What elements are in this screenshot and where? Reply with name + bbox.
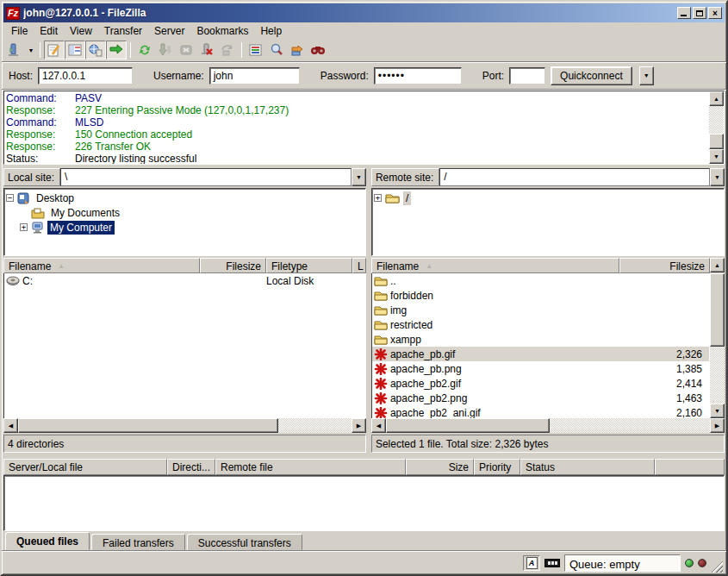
quickconnect-dropdown[interactable]: ▼: [639, 66, 654, 85]
disconnect-button[interactable]: [196, 41, 217, 59]
quickconnect-button[interactable]: Quickconnect: [551, 66, 632, 85]
menu-edit[interactable]: Edit: [34, 23, 64, 39]
scroll-right-icon[interactable]: ▶: [352, 418, 366, 433]
tree-label[interactable]: Desktop: [34, 191, 77, 205]
local-horizontal-scrollbar[interactable]: ◀ ▶: [3, 418, 366, 433]
expand-icon[interactable]: +: [20, 223, 28, 231]
refresh-button[interactable]: [134, 41, 155, 59]
menu-file[interactable]: File: [5, 23, 34, 39]
log-vertical-scrollbar[interactable]: ▲ ▼: [709, 91, 724, 164]
queue-list[interactable]: [3, 475, 725, 531]
remote-vertical-scrollbar[interactable]: ▼: [710, 273, 725, 418]
file-row-apache-pb2-gif[interactable]: apache_pb2.gif2,414: [372, 376, 709, 391]
column-server-local-file[interactable]: Server/Local file: [3, 459, 167, 475]
menu-help[interactable]: Help: [254, 23, 288, 39]
file-row-apache-pb-gif[interactable]: apache_pb.gif2,326: [372, 347, 709, 361]
file-row-img[interactable]: img: [372, 303, 709, 317]
scroll-track[interactable]: [550, 418, 710, 433]
tree-label[interactable]: My Computer: [47, 221, 115, 235]
menu-server[interactable]: Server: [148, 23, 190, 39]
column-priority[interactable]: Priority: [474, 459, 520, 475]
scroll-right-icon[interactable]: ▶: [710, 418, 725, 433]
file-row-apache-pb2-ani-gif[interactable]: apache_pb2_ani.gif2,160: [372, 405, 709, 418]
remote-file-list[interactable]: .. forbidden img restricted xampp apache…: [371, 273, 710, 418]
expand-icon[interactable]: +: [374, 194, 382, 202]
scroll-left-icon[interactable]: ◀: [371, 418, 386, 433]
resize-grip[interactable]: [711, 560, 723, 573]
file-row-parent[interactable]: ..: [372, 273, 709, 288]
find-files-button[interactable]: [308, 41, 328, 59]
column-filesize[interactable]: Filesize: [619, 258, 710, 273]
close-button[interactable]: ×: [708, 7, 722, 19]
scroll-track[interactable]: [709, 106, 724, 134]
column-filetype[interactable]: Filetype: [266, 258, 352, 273]
minimize-button[interactable]: [677, 7, 691, 19]
queue-splitter[interactable]: [2, 453, 726, 459]
column-filesize[interactable]: Filesize: [200, 258, 266, 273]
column-remote-file[interactable]: Remote file: [215, 459, 406, 475]
scroll-down-icon[interactable]: ▼: [709, 149, 724, 164]
remote-site-value[interactable]: /: [439, 168, 710, 186]
toggle-remote-tree-button[interactable]: [85, 41, 106, 59]
remote-horizontal-scrollbar[interactable]: ◀ ▶: [371, 418, 725, 433]
synchronized-browsing-button[interactable]: [287, 41, 308, 59]
collapse-icon[interactable]: −: [6, 194, 14, 202]
column-filename[interactable]: Filename▲: [371, 258, 619, 273]
data-type-indicator[interactable]: A: [523, 555, 540, 571]
scroll-up-icon[interactable]: ▲: [709, 91, 724, 106]
column-last-modified[interactable]: L: [352, 258, 366, 273]
column-filename[interactable]: Filename▲: [3, 258, 200, 273]
scroll-track[interactable]: [710, 347, 725, 404]
file-row-apache-pb-png[interactable]: apache_pb.png1,385: [372, 361, 709, 376]
title-bar[interactable]: Fz john@127.0.0.1 - FileZilla ×: [3, 3, 725, 22]
cancel-button[interactable]: [176, 41, 196, 59]
tree-label[interactable]: My Documents: [48, 206, 122, 220]
scroll-left-icon[interactable]: ◀: [3, 418, 18, 433]
tree-item-my-computer[interactable]: + My Computer: [20, 220, 364, 235]
file-row-apache-pb2-png[interactable]: apache_pb2.png1,463: [372, 391, 709, 405]
toggle-local-tree-button[interactable]: [65, 41, 85, 59]
site-manager-dropdown[interactable]: ▼: [26, 41, 36, 59]
port-input[interactable]: [509, 67, 545, 85]
local-site-dropdown[interactable]: ▼: [352, 168, 366, 186]
local-site-value[interactable]: \: [60, 168, 352, 186]
file-row-c-drive[interactable]: C: Local Disk: [4, 273, 365, 288]
column-status[interactable]: Status: [520, 459, 655, 475]
tab-queued-files[interactable]: Queued files: [5, 532, 90, 550]
directory-comparison-button[interactable]: [266, 41, 287, 59]
scroll-up-icon[interactable]: ▲: [710, 258, 725, 272]
scroll-thumb[interactable]: [709, 134, 724, 149]
menu-bookmarks[interactable]: Bookmarks: [190, 23, 254, 39]
column-direction[interactable]: Directi...: [167, 459, 215, 475]
scroll-thumb[interactable]: [386, 418, 550, 433]
maximize-button[interactable]: [693, 7, 706, 19]
tree-item-my-documents[interactable]: My Documents: [20, 205, 364, 220]
username-input[interactable]: john: [209, 67, 300, 85]
speed-limit-icon[interactable]: [544, 559, 560, 567]
toggle-log-button[interactable]: [44, 41, 65, 59]
reconnect-button[interactable]: [217, 41, 238, 59]
menu-transfer[interactable]: Transfer: [98, 23, 148, 39]
scroll-track[interactable]: [278, 418, 352, 433]
local-file-list[interactable]: C: Local Disk: [3, 273, 366, 418]
process-queue-button[interactable]: [155, 41, 176, 59]
file-row-forbidden[interactable]: forbidden: [372, 288, 709, 303]
tree-item-root[interactable]: + /: [374, 191, 722, 205]
scroll-thumb[interactable]: [710, 273, 725, 347]
remote-site-dropdown[interactable]: ▼: [710, 168, 725, 186]
file-row-xampp[interactable]: xampp: [372, 332, 709, 347]
tree-item-desktop[interactable]: − Desktop: [6, 191, 364, 205]
host-input[interactable]: 127.0.0.1: [38, 67, 133, 85]
file-row-restricted[interactable]: restricted: [372, 317, 709, 332]
remote-site-combo[interactable]: / ▼: [439, 168, 725, 186]
filter-button[interactable]: [246, 41, 266, 59]
tree-label[interactable]: /: [403, 191, 411, 205]
password-input[interactable]: ••••••: [374, 67, 462, 85]
scroll-thumb[interactable]: [18, 418, 278, 433]
site-manager-button[interactable]: [5, 41, 26, 59]
local-site-combo[interactable]: \ ▼: [60, 168, 366, 186]
column-size[interactable]: Size: [406, 459, 474, 475]
scroll-down-icon[interactable]: ▼: [710, 404, 725, 418]
tab-successful-transfers[interactable]: Successful transfers: [187, 534, 302, 550]
toggle-queue-button[interactable]: [106, 41, 127, 59]
